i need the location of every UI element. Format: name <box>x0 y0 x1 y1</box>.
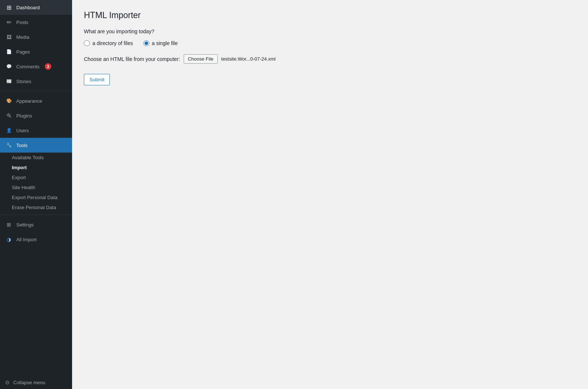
submenu-site-health[interactable]: Site Health <box>0 182 72 192</box>
collapse-icon <box>5 379 10 385</box>
sidebar-divider-1 <box>0 91 72 91</box>
stories-icon <box>5 78 13 85</box>
collapse-label: Collapse menu <box>13 380 45 385</box>
sidebar-item-settings[interactable]: Settings <box>0 217 72 232</box>
sidebar-item-comments[interactable]: Comments 3 <box>0 59 72 74</box>
comments-badge: 3 <box>45 63 51 70</box>
submenu-import[interactable]: Import <box>0 163 72 173</box>
media-icon <box>5 33 13 41</box>
file-chooser-row: Choose an HTML file from your computer: … <box>84 54 576 64</box>
users-icon <box>5 127 13 134</box>
pages-icon <box>5 48 13 55</box>
sidebar-item-media[interactable]: Media <box>0 30 72 44</box>
sidebar-label-settings: Settings <box>16 222 34 228</box>
sidebar-item-appearance[interactable]: Appearance <box>0 93 72 108</box>
radio-single-file[interactable]: a single file <box>143 40 178 46</box>
sidebar-label-appearance: Appearance <box>16 98 42 104</box>
sidebar-item-stories[interactable]: Stories <box>0 74 72 89</box>
choose-file-button[interactable]: Choose File <box>184 54 217 64</box>
plugins-icon <box>5 112 13 119</box>
submenu-export-personal-data[interactable]: Export Personal Data <box>0 192 72 202</box>
sidebar-label-dashboard: Dashboard <box>16 5 40 10</box>
sidebar-label-users: Users <box>16 128 29 133</box>
allimport-icon <box>5 236 13 243</box>
sidebar-item-plugins[interactable]: Plugins <box>0 108 72 123</box>
radio-directory[interactable]: a directory of files <box>84 40 133 46</box>
sidebar-item-pages[interactable]: Pages <box>0 44 72 59</box>
collapse-menu-button[interactable]: Collapse menu <box>0 376 72 389</box>
radio-single-file-input[interactable] <box>143 40 149 46</box>
comments-icon <box>5 63 13 70</box>
submenu-erase-personal-data[interactable]: Erase Personal Data <box>0 202 72 212</box>
submenu-available-tools[interactable]: Available Tools <box>0 153 72 163</box>
submenu-export[interactable]: Export <box>0 173 72 182</box>
page-title: HTML Importer <box>84 10 576 20</box>
main-content: HTML Importer What are you importing tod… <box>72 0 588 389</box>
sidebar-item-dashboard[interactable]: Dashboard <box>0 0 72 15</box>
tools-submenu: Available Tools Import Export Site Healt… <box>0 153 72 212</box>
submit-button[interactable]: Submit <box>84 74 110 85</box>
sidebar-label-plugins: Plugins <box>16 113 32 119</box>
sidebar-item-posts[interactable]: Posts <box>0 15 72 30</box>
radio-directory-label: a directory of files <box>92 40 133 46</box>
sidebar-item-users[interactable]: Users <box>0 123 72 138</box>
sidebar-item-allimport[interactable]: All Import <box>0 232 72 247</box>
posts-icon <box>5 18 13 26</box>
appearance-icon <box>5 97 13 105</box>
settings-icon <box>5 221 13 228</box>
radio-group: a directory of files a single file <box>84 40 576 46</box>
sidebar-label-posts: Posts <box>16 20 28 25</box>
tools-icon <box>5 141 13 149</box>
sidebar-label-media: Media <box>16 34 29 40</box>
sidebar-divider-2 <box>0 215 72 215</box>
sidebar-label-allimport: All Import <box>16 237 37 242</box>
chosen-file-name: testsite.Wor...0-07-24.xml <box>221 56 276 62</box>
sidebar-item-tools[interactable]: Tools <box>0 138 72 153</box>
sidebar-label-tools: Tools <box>16 143 27 148</box>
dashboard-icon <box>5 4 13 11</box>
sidebar-label-comments: Comments <box>16 64 40 69</box>
sidebar: Dashboard Posts Media Pages Comments 3 S… <box>0 0 72 389</box>
radio-directory-input[interactable] <box>84 40 90 46</box>
import-question: What are you importing today? <box>84 28 576 34</box>
radio-single-file-label: a single file <box>152 40 178 46</box>
sidebar-label-stories: Stories <box>16 79 31 84</box>
file-chooser-label: Choose an HTML file from your computer: <box>84 56 180 62</box>
sidebar-label-pages: Pages <box>16 49 30 55</box>
